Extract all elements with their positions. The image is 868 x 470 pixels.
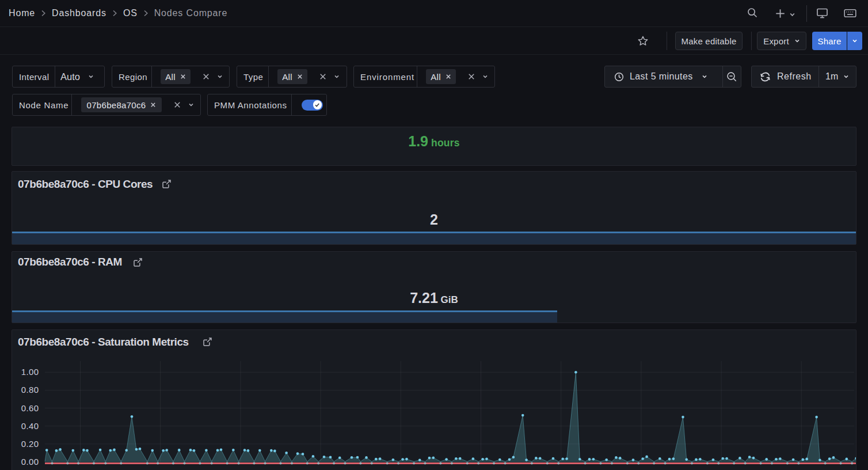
svg-text:0.40: 0.40 [21,421,39,431]
svg-text:0.20: 0.20 [21,439,39,449]
svg-text:0.60: 0.60 [21,403,39,413]
svg-text:0.00: 0.00 [21,457,39,467]
svg-text:0.80: 0.80 [21,385,39,395]
svg-text:1.00: 1.00 [21,367,39,377]
